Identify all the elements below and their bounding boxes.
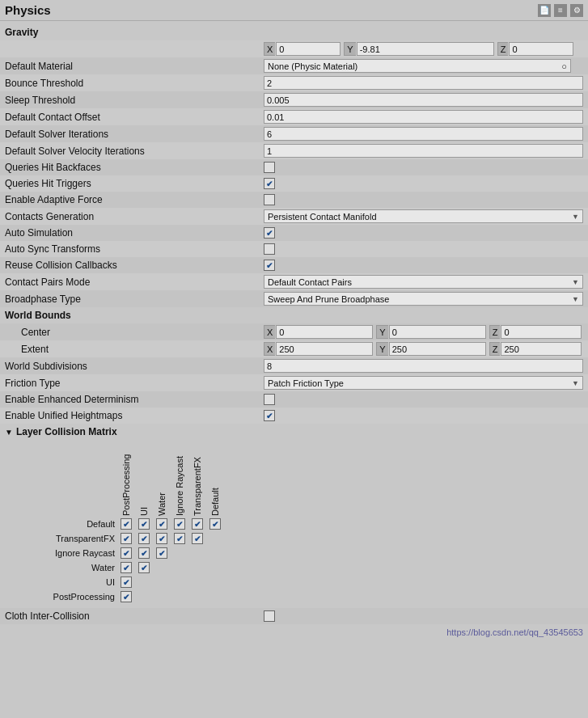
extent-z-input[interactable] xyxy=(501,342,582,356)
layer-collision-header[interactable]: ▼ Layer Collision Matrix xyxy=(0,424,588,440)
bounce-threshold-input[interactable] xyxy=(264,76,583,90)
enable-enhanced-determinism-checkbox[interactable] xyxy=(264,394,275,405)
auto-simulation-checkbox[interactable] xyxy=(264,227,275,239)
matrix-cell-water-ui xyxy=(136,561,152,574)
grid-icon[interactable]: ≡ xyxy=(554,4,567,17)
contact-pairs-mode-arrow: ▼ xyxy=(572,278,579,286)
center-y-input[interactable] xyxy=(389,325,486,339)
header-icons: 📄 ≡ ⚙ xyxy=(538,4,583,17)
cloth-inter-collision-label: Cloth Inter-Collision xyxy=(5,610,264,622)
contacts-generation-text: Persistent Contact Manifold xyxy=(268,212,377,222)
gear-icon[interactable]: ⚙ xyxy=(570,4,583,17)
matrix-cb-tfx-tfx[interactable] xyxy=(192,533,203,544)
matrix-cb-ui-pp[interactable] xyxy=(121,577,132,588)
matrix-cb-tfx-ignore[interactable] xyxy=(174,533,185,544)
enable-unified-heightmaps-checkbox[interactable] xyxy=(264,410,275,421)
friction-type-row: Friction Type Patch Friction Type ▼ xyxy=(0,374,588,391)
default-material-select[interactable]: None (Physic Material) ○ xyxy=(264,59,571,73)
matrix-cb-default-water[interactable] xyxy=(156,518,167,530)
friction-type-value: Patch Friction Type ▼ xyxy=(264,376,583,390)
matrix-cb-tfx-pp[interactable] xyxy=(121,533,132,544)
gravity-z-field: Z xyxy=(497,42,574,56)
bounce-threshold-value xyxy=(264,76,583,90)
matrix-cb-ir-ui[interactable] xyxy=(138,547,150,559)
queries-hit-backfaces-checkbox[interactable] xyxy=(264,162,275,173)
gravity-y-input[interactable] xyxy=(357,42,494,56)
gravity-xyz: X Y Z xyxy=(264,42,583,56)
gravity-x-input[interactable] xyxy=(276,42,341,56)
matrix-cb-default-ignore[interactable] xyxy=(174,518,185,530)
extent-x-icon: X xyxy=(264,342,275,356)
reuse-collision-callbacks-label: Reuse Collision Callbacks xyxy=(5,260,264,271)
world-bounds-extent-value: X Y Z xyxy=(264,342,583,356)
matrix-cb-tfx-water[interactable] xyxy=(156,533,167,544)
center-x-input[interactable] xyxy=(276,325,373,339)
matrix-cb-tfx-ui[interactable] xyxy=(138,533,150,544)
sleep-threshold-value xyxy=(264,93,583,107)
matrix-cell-default-pp xyxy=(118,517,134,530)
contacts-generation-select[interactable]: Persistent Contact Manifold ▼ xyxy=(264,209,583,223)
extent-x-input[interactable] xyxy=(276,342,373,356)
gravity-z-input[interactable] xyxy=(509,42,573,56)
auto-sync-transforms-value xyxy=(264,243,583,255)
world-bounds-extent-row: Extent X Y Z xyxy=(0,340,588,357)
matrix-cb-ir-water[interactable] xyxy=(156,547,167,559)
matrix-cell-tfx-pp xyxy=(118,532,134,545)
matrix-row-default: Default xyxy=(5,517,583,530)
default-contact-offset-value xyxy=(264,110,583,124)
default-contact-offset-input[interactable] xyxy=(264,110,583,124)
default-solver-velocity-iterations-input[interactable] xyxy=(264,144,583,158)
matrix-cb-default-tfx[interactable] xyxy=(192,518,203,530)
cloth-inter-collision-checkbox[interactable] xyxy=(264,610,275,622)
queries-hit-triggers-checkbox[interactable] xyxy=(264,178,275,189)
matrix-cb-default-default[interactable] xyxy=(209,518,221,530)
extent-y-input[interactable] xyxy=(389,342,486,356)
content-area: Gravity X Y Z xyxy=(0,21,588,644)
contacts-generation-value: Persistent Contact Manifold ▼ xyxy=(264,209,583,223)
physics-panel: Physics 📄 ≡ ⚙ Gravity X Y xyxy=(0,0,588,644)
matrix-cb-default-ui[interactable] xyxy=(138,518,150,530)
panel-title: Physics xyxy=(5,3,51,17)
reuse-collision-callbacks-checkbox[interactable] xyxy=(264,260,275,271)
world-subdivisions-input[interactable] xyxy=(264,359,583,373)
matrix-row-water-label: Water xyxy=(5,563,118,572)
extent-x-field: X xyxy=(264,342,373,356)
matrix-cb-water-ui[interactable] xyxy=(138,562,150,573)
queries-hit-backfaces-label: Queries Hit Backfaces xyxy=(5,162,264,173)
matrix-cb-default-pp[interactable] xyxy=(121,518,132,530)
contact-pairs-mode-select[interactable]: Default Contact Pairs ▼ xyxy=(264,275,583,289)
default-contact-offset-label: Default Contact Offset xyxy=(5,112,264,123)
friction-type-select[interactable]: Patch Friction Type ▼ xyxy=(264,376,583,390)
bounce-threshold-label: Bounce Threshold xyxy=(5,78,264,89)
sleep-threshold-row: Sleep Threshold xyxy=(0,91,588,108)
matrix-cell-tfx-ignore xyxy=(171,532,188,545)
enable-adaptive-force-row: Enable Adaptive Force xyxy=(0,192,588,208)
enable-adaptive-force-checkbox[interactable] xyxy=(264,194,275,205)
bounce-threshold-row: Bounce Threshold xyxy=(0,74,588,91)
watermark: https://blog.csdn.net/qq_43545653 xyxy=(0,624,588,640)
contact-pairs-mode-label: Contact Pairs Mode xyxy=(5,277,264,288)
auto-sync-transforms-row: Auto Sync Transforms xyxy=(0,241,588,257)
gravity-y-field: Y xyxy=(344,42,493,56)
matrix-cb-pp-pp[interactable] xyxy=(121,591,132,602)
auto-sync-transforms-label: Auto Sync Transforms xyxy=(5,243,264,255)
matrix-cell-tfx-tfx xyxy=(189,532,205,545)
broadphase-type-select[interactable]: Sweep And Prune Broadphase ▼ xyxy=(264,292,583,306)
gravity-z-icon: Z xyxy=(497,42,509,56)
world-bounds-center-label: Center xyxy=(5,327,264,338)
world-bounds-extent-xyz: X Y Z xyxy=(264,342,583,356)
matrix-cb-ir-pp[interactable] xyxy=(121,547,132,559)
friction-type-arrow: ▼ xyxy=(572,379,579,387)
queries-hit-triggers-label: Queries Hit Triggers xyxy=(5,178,264,189)
matrix-cb-water-pp[interactable] xyxy=(121,562,132,573)
world-subdivisions-value xyxy=(264,359,583,373)
enable-unified-heightmaps-value xyxy=(264,410,583,421)
matrix-header-row: PostProcessing UI Water Ignore Raycast T… xyxy=(5,443,583,516)
enable-enhanced-determinism-label: Enable Enhanced Determinism xyxy=(5,394,264,405)
center-z-input[interactable] xyxy=(501,325,582,339)
default-material-label: Default Material xyxy=(5,61,264,72)
auto-sync-transforms-checkbox[interactable] xyxy=(264,243,275,255)
default-solver-iterations-input[interactable] xyxy=(264,127,583,141)
sleep-threshold-input[interactable] xyxy=(264,93,583,107)
document-icon[interactable]: 📄 xyxy=(538,4,551,17)
